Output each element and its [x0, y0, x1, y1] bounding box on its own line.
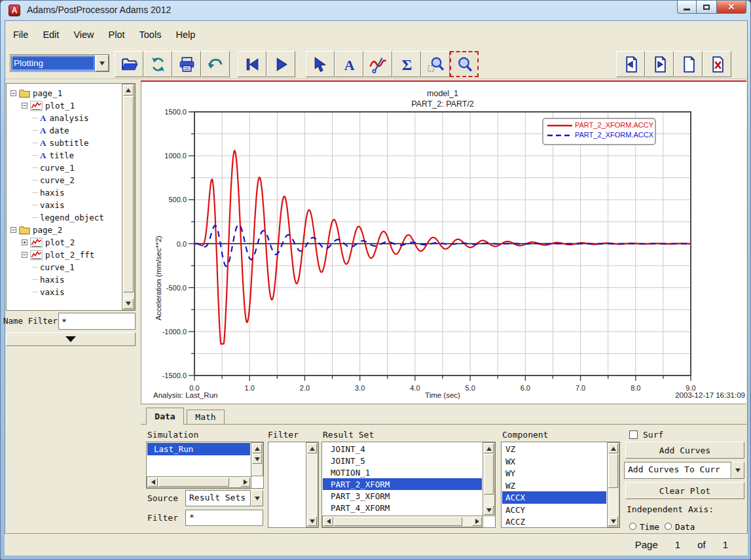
plot-canvas[interactable]: model_1PART_2: PART/20.01.02.03.04.05.06…: [141, 82, 746, 404]
zoom-area-button[interactable]: [450, 51, 479, 77]
tree-item-title[interactable]: Atitle: [33, 149, 74, 162]
result-set-hscroll[interactable]: [322, 516, 483, 527]
simulation-listbox[interactable]: Last_Run (200: [146, 442, 264, 489]
collapse-panel-button[interactable]: [6, 332, 136, 346]
statistics-button[interactable]: Σ: [392, 51, 421, 77]
result-set-vscroll-thumb[interactable]: [484, 454, 494, 495]
collapse-icon[interactable]: −: [10, 227, 16, 233]
component-vscroll-thumb[interactable]: [608, 454, 618, 488]
add-curves-mode-arrow-button[interactable]: [731, 462, 744, 479]
add-curves-button[interactable]: Add Curves: [625, 442, 744, 459]
list-item-WZ[interactable]: WZ: [502, 480, 606, 492]
collapse-icon[interactable]: −: [22, 103, 27, 109]
list-item-JOINT_4[interactable]: JOINT_4: [323, 443, 482, 455]
tree-item-page_2[interactable]: −page_2: [10, 224, 62, 236]
component-vscroll[interactable]: [607, 442, 619, 527]
name-filter-input[interactable]: [58, 313, 136, 330]
result-set-hscroll-thumb[interactable]: [334, 517, 462, 526]
menu-file[interactable]: File: [6, 26, 35, 44]
collapse-icon[interactable]: −: [22, 252, 27, 258]
select-button[interactable]: [306, 51, 335, 77]
curve-edit-button[interactable]: [363, 51, 392, 77]
menu-help[interactable]: Help: [168, 26, 202, 44]
result-set-vscroll[interactable]: [483, 442, 495, 516]
tree-item-curve_1[interactable]: curve_1: [33, 261, 75, 273]
tree-item-haxis[interactable]: haxis: [33, 186, 65, 199]
list-item-JOINT_5[interactable]: JOINT_5: [323, 455, 482, 466]
minimize-button[interactable]: [677, 1, 697, 14]
simulation-hscroll-left-button[interactable]: [148, 478, 158, 487]
tree-item-analysis[interactable]: Aanalysis: [33, 112, 89, 124]
tree-vscroll-down-button[interactable]: [123, 298, 134, 309]
simulation-hscroll-right-button[interactable]: [240, 478, 250, 487]
component-vscroll-up-button[interactable]: [608, 444, 618, 453]
first-frame-button[interactable]: [238, 51, 266, 77]
filter-vscroll-down-button[interactable]: [307, 516, 317, 526]
source-select-arrow-button[interactable]: [251, 490, 263, 506]
list-item-ACCZ[interactable]: ACCZ: [502, 516, 606, 528]
radio-time[interactable]: [629, 523, 636, 530]
list-item-PART_3_XFORM[interactable]: PART_3_XFORM: [323, 490, 482, 502]
menu-tools[interactable]: Tools: [132, 26, 169, 44]
component-listbox[interactable]: VZWXWYWZACCXACCYACCZ: [501, 442, 620, 528]
list-item-PART_2_XFORM[interactable]: PART_2_XFORM: [323, 478, 482, 490]
reload-button[interactable]: [143, 51, 172, 77]
clear-plot-button[interactable]: Clear Plot: [625, 482, 744, 499]
filter-vscroll-up-button[interactable]: [307, 444, 317, 453]
add-curves-mode-select[interactable]: Add Curves To Curr: [624, 462, 731, 479]
filter-vscroll[interactable]: [306, 442, 318, 527]
tree-item-haxis[interactable]: haxis: [33, 273, 65, 286]
tab-data[interactable]: Data: [146, 408, 184, 425]
menu-plot[interactable]: Plot: [101, 26, 132, 44]
simulation-vscroll-up-button[interactable]: [252, 444, 262, 453]
titlebar[interactable]: A Adams/PostProcessor Adams 2012 ✕: [1, 1, 751, 20]
tree-item-vaxis[interactable]: vaxis: [33, 199, 65, 211]
tree-item-vaxis[interactable]: vaxis: [33, 286, 65, 298]
component-vscroll-down-button[interactable]: [608, 516, 618, 526]
play-button[interactable]: [266, 51, 295, 77]
list-item-PART_4_XFORM[interactable]: PART_4_XFORM: [323, 502, 482, 514]
text-button[interactable]: A: [335, 51, 363, 77]
filter-input[interactable]: *: [185, 510, 263, 526]
maximize-button[interactable]: [697, 1, 716, 14]
mode-select[interactable]: Plotting: [10, 54, 109, 72]
result-set-vscroll-up-button[interactable]: [484, 444, 494, 453]
tree-vscroll-thumb[interactable]: [123, 96, 134, 292]
simulation-hscroll-thumb[interactable]: [158, 478, 229, 487]
open-button[interactable]: [115, 51, 143, 77]
tree-item-date[interactable]: Adate: [33, 124, 69, 137]
prev-page-button[interactable]: [616, 51, 645, 77]
undo-button[interactable]: [201, 51, 230, 77]
result-set-hscroll-left-button[interactable]: [323, 517, 333, 526]
expand-icon[interactable]: +: [22, 239, 27, 245]
list-item-WX[interactable]: WX: [502, 455, 606, 468]
simulation-vscroll-down-button[interactable]: [252, 454, 262, 464]
mode-select-arrow-button[interactable]: [96, 55, 109, 71]
new-page-button[interactable]: [674, 51, 703, 77]
list-item-Last_Run[interactable]: Last_Run (200: [147, 443, 250, 455]
tree-item-plot_2[interactable]: +plot_2: [22, 236, 75, 249]
source-select-value[interactable]: Result Sets: [185, 490, 251, 506]
surf-checkbox[interactable]: [629, 430, 638, 439]
list-item-ACCY[interactable]: ACCY: [502, 504, 606, 516]
list-item-WY[interactable]: WY: [502, 467, 606, 480]
menu-edit[interactable]: Edit: [35, 26, 66, 44]
collapse-icon[interactable]: −: [10, 90, 16, 96]
list-item-VZ[interactable]: VZ: [502, 443, 606, 455]
tab-math[interactable]: Math: [187, 410, 225, 425]
result-set-listbox[interactable]: JOINT_4JOINT_5MOTION_1PART_2_XFORMPART_3…: [321, 442, 496, 528]
close-button[interactable]: ✕: [716, 1, 746, 14]
simulation-hscroll[interactable]: [147, 476, 251, 488]
simulation-vscroll[interactable]: [251, 442, 263, 476]
delete-page-button[interactable]: [703, 51, 731, 77]
print-button[interactable]: [172, 51, 201, 77]
result-set-hscroll-right-button[interactable]: [472, 517, 482, 526]
tree-vscroll-up-button[interactable]: [123, 85, 134, 96]
tree-item-plot_2_fft[interactable]: −plot_2_fft: [22, 249, 94, 261]
menu-view[interactable]: View: [66, 26, 101, 44]
tree-item-page_1[interactable]: −page_1: [10, 87, 62, 99]
tree-vscroll[interactable]: [122, 84, 135, 310]
result-set-vscroll-down-button[interactable]: [484, 505, 494, 515]
tree-item-plot_1[interactable]: −plot_1: [22, 99, 75, 112]
list-item-ACCX[interactable]: ACCX: [502, 491, 606, 504]
